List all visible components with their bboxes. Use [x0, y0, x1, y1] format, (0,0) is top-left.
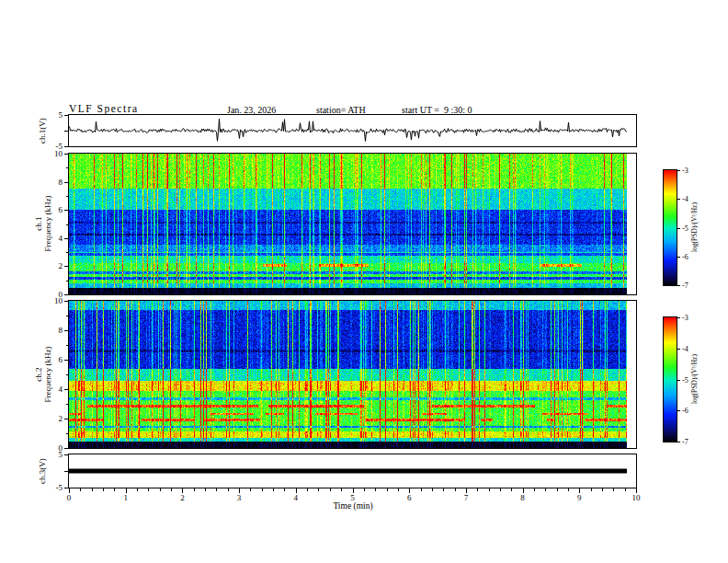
ch2-channel-label: ch.2: [34, 346, 43, 402]
ch2-spectrogram-panel: [68, 300, 637, 449]
x-tick-label: 2: [173, 493, 191, 502]
x-tick-label: 3: [230, 493, 248, 502]
tick-mark: [171, 488, 172, 491]
colorbar-tick-label: -5: [682, 224, 699, 234]
tick-mark: [677, 349, 680, 350]
x-tick-label: 1: [117, 493, 135, 502]
ch3-waveform-panel: [68, 454, 637, 488]
vlf-spectra-figure: VLF Spectra Jan. 23, 2026 station= ATH s…: [0, 0, 728, 563]
tick-mark: [677, 317, 680, 318]
colorbar-tick-label: -6: [682, 407, 699, 416]
tick-mark: [602, 488, 603, 491]
y-tick-label: 8: [46, 326, 63, 335]
tick-mark: [489, 488, 490, 491]
tick-mark: [677, 442, 680, 442]
tick-mark: [66, 196, 69, 197]
tick-mark: [64, 115, 69, 116]
tick-mark: [545, 488, 546, 491]
tick-mark: [250, 488, 251, 491]
tick-mark: [511, 488, 512, 491]
tick-mark: [534, 488, 535, 491]
tick-mark: [216, 488, 217, 491]
tick-mark: [64, 471, 69, 472]
ch3-voltage-axis-label: ch.3(V): [38, 458, 47, 484]
tick-mark: [66, 345, 69, 346]
tick-mark: [398, 488, 399, 491]
tick-mark: [64, 330, 69, 331]
tick-mark: [557, 488, 558, 491]
tick-mark: [677, 380, 680, 381]
tick-mark: [375, 488, 376, 491]
tick-mark: [318, 488, 319, 491]
y-tick-label: 10: [46, 296, 63, 305]
tick-mark: [66, 433, 69, 434]
tick-mark: [64, 419, 69, 419]
ch1-waveform-panel: [68, 114, 637, 147]
colorbar-tick-label: -4: [682, 345, 699, 354]
x-tick-label: 6: [400, 493, 418, 502]
tick-mark: [432, 488, 433, 491]
ch1-frequency-axis-text: Frequency (kHz): [43, 195, 52, 251]
ch1-colorbar: [663, 169, 677, 286]
y-tick-label: 2: [46, 414, 63, 423]
tick-mark: [64, 266, 69, 267]
tick-mark: [66, 281, 69, 282]
tick-mark: [66, 224, 69, 225]
y-tick-label: -5: [46, 483, 63, 492]
tick-mark: [262, 488, 263, 491]
tick-mark: [148, 488, 149, 491]
ch1-spectrogram-panel: [68, 153, 637, 295]
tick-mark: [677, 228, 680, 229]
tick-mark: [455, 488, 456, 491]
tick-mark: [443, 488, 444, 491]
colorbar-tick-label: -4: [682, 195, 699, 204]
tick-mark: [625, 488, 626, 491]
x-tick-label: 0: [60, 493, 78, 502]
tick-mark: [341, 488, 342, 491]
tick-mark: [64, 301, 69, 302]
x-tick-label: 10: [627, 493, 645, 502]
tick-mark: [64, 448, 69, 449]
figure-title: VLF Spectra: [69, 103, 139, 114]
ch1-channel-label: ch.1: [34, 195, 43, 251]
tick-mark: [477, 488, 478, 491]
tick-mark: [64, 360, 69, 361]
tick-mark: [500, 488, 501, 491]
colorbar-tick-label: -3: [682, 314, 699, 323]
tick-mark: [64, 294, 69, 295]
colorbar-tick-label: -5: [682, 376, 699, 385]
tick-mark: [64, 182, 69, 183]
tick-mark: [568, 488, 569, 491]
tick-mark: [114, 488, 115, 491]
tick-mark: [64, 146, 69, 147]
x-tick-label: 7: [457, 493, 475, 502]
tick-mark: [66, 252, 69, 253]
tick-mark: [330, 488, 331, 491]
tick-mark: [66, 374, 69, 375]
tick-mark: [677, 285, 680, 286]
ch2-colorbar: [663, 316, 677, 442]
colorbar-tick-label: -7: [682, 438, 699, 447]
tick-mark: [677, 257, 680, 258]
tick-mark: [228, 488, 229, 491]
tick-mark: [677, 170, 680, 171]
tick-mark: [80, 488, 81, 491]
tick-mark: [66, 404, 69, 405]
tick-mark: [64, 454, 69, 455]
tick-mark: [677, 410, 680, 411]
time-axis-label: Time (min): [311, 501, 395, 511]
x-tick-label: 8: [514, 493, 532, 502]
tick-mark: [64, 389, 69, 390]
colorbar-tick-label: -3: [682, 167, 699, 176]
y-tick-label: 2: [46, 261, 63, 270]
tick-mark: [92, 488, 93, 491]
y-tick-label: -5: [46, 142, 63, 151]
colorbar-tick-label: -7: [682, 282, 699, 291]
x-tick-label: 5: [344, 493, 362, 502]
tick-mark: [66, 316, 69, 316]
tick-mark: [64, 238, 69, 239]
tick-mark: [64, 131, 69, 132]
y-tick-label: 4: [46, 234, 63, 243]
ch1-voltage-axis-label: ch.1(V): [38, 118, 47, 144]
tick-mark: [66, 167, 69, 168]
